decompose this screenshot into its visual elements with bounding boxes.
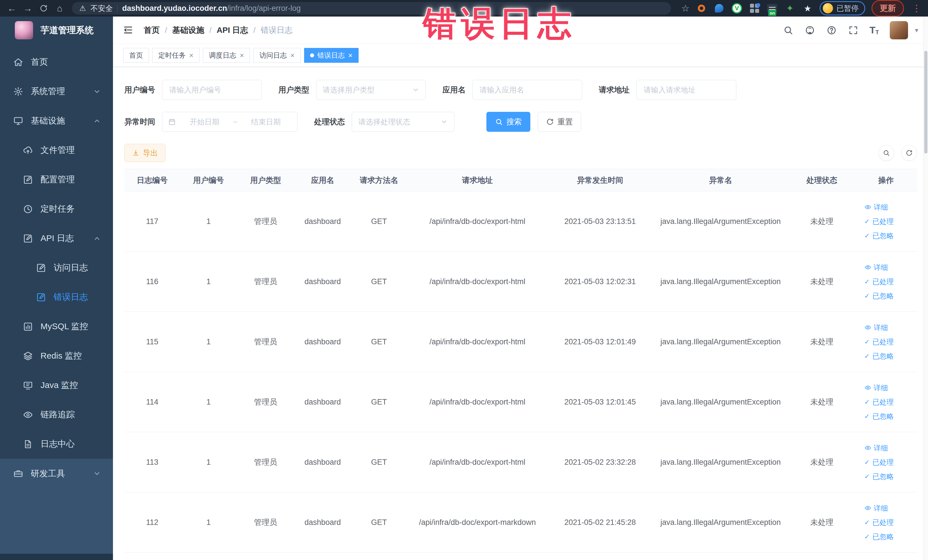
column-header: 应用名 <box>294 169 351 191</box>
export-button[interactable]: 导出 <box>124 144 165 162</box>
breadcrumb-item[interactable]: API 日志 <box>217 25 248 36</box>
sidebar-item-error-log[interactable]: 错误日志 <box>0 282 113 312</box>
extension-switch-icon[interactable]: on <box>766 3 778 14</box>
url-path: /infra/log/api-error-log <box>227 4 301 12</box>
detail-link[interactable]: 详细 <box>864 203 888 212</box>
browser-chrome: ← → ⌂ ⚠ 不安全 dashboard.yudao.iocoder.cn/i… <box>0 0 928 17</box>
user-type-select[interactable]: 请选择用户类型 <box>316 80 426 100</box>
hamburger-icon[interactable] <box>123 24 134 36</box>
sidebar-item-api-log[interactable]: API 日志 <box>0 224 113 253</box>
processed-link[interactable]: ✓已处理 <box>864 217 894 226</box>
paused-label: 已暂停 <box>836 3 859 14</box>
extension-ring-icon[interactable] <box>696 3 707 14</box>
search-toggle-button[interactable] <box>878 145 894 161</box>
detail-link[interactable]: 详细 <box>864 504 888 513</box>
processed-label: 已处理 <box>872 277 894 287</box>
cell-actions: 详细 ✓已处理 ✓已忽略 <box>855 191 917 252</box>
sidebar-item-mysql-monitor[interactable]: MySQL 监控 <box>0 312 113 341</box>
close-icon[interactable]: × <box>348 52 353 59</box>
close-icon[interactable]: × <box>290 52 295 59</box>
avatar-caret-icon[interactable]: ▾ <box>915 26 918 34</box>
search-button[interactable]: 搜索 <box>486 112 530 132</box>
extension-drop-icon[interactable] <box>713 3 725 14</box>
logo-row[interactable]: 芋道管理系统 <box>0 17 113 44</box>
browser-back-button[interactable]: ← <box>5 2 18 15</box>
processed-link[interactable]: ✓已处理 <box>864 458 894 467</box>
browser-reload-button[interactable] <box>37 2 50 15</box>
github-icon[interactable] <box>804 25 815 36</box>
sidebar-item-infrastructure[interactable]: 基础设施 <box>0 106 113 136</box>
start-date-input[interactable]: 开始日期 <box>179 117 230 127</box>
warning-icon: ⚠ <box>79 4 86 13</box>
app-body: 芋道管理系统 首页 系统管理 基础设施 <box>0 17 928 560</box>
close-icon[interactable]: × <box>189 52 194 59</box>
tab-schedule-log[interactable]: 调度日志 × <box>203 48 250 63</box>
processed-link[interactable]: ✓已处理 <box>864 277 894 287</box>
sidebar-item-trace[interactable]: 链路追踪 <box>0 400 113 429</box>
user-id-input[interactable] <box>162 80 262 100</box>
help-icon[interactable] <box>826 25 837 36</box>
tab-access-log[interactable]: 访问日志 × <box>253 48 301 63</box>
browser-forward-button[interactable]: → <box>21 2 34 15</box>
select-placeholder: 请选择处理状态 <box>358 117 410 127</box>
sidebar-item-config-management[interactable]: 配置管理 <box>0 165 113 194</box>
detail-link[interactable]: 详细 <box>864 443 888 453</box>
paused-extension-badge[interactable]: 已暂停 <box>820 1 865 15</box>
bookmark-star-icon[interactable]: ☆ <box>681 3 690 14</box>
ignored-link[interactable]: ✓已忽略 <box>864 532 894 542</box>
fullscreen-icon[interactable] <box>848 25 859 36</box>
sidebar-item-redis-monitor[interactable]: Redis 监控 <box>0 341 113 371</box>
end-date-input[interactable]: 结束日期 <box>240 117 292 127</box>
browser-home-button[interactable]: ⌂ <box>53 2 66 15</box>
sidebar-item-dev-tools[interactable]: 研发工具 <box>0 459 113 488</box>
avatar[interactable] <box>890 21 908 40</box>
sidebar-item-log-center[interactable]: 日志中心 <box>0 429 113 459</box>
breadcrumb-item[interactable]: 首页 <box>144 25 160 36</box>
page-scrollbar[interactable] <box>923 17 928 560</box>
update-button[interactable]: 更新 <box>872 0 904 17</box>
detail-link[interactable]: 详细 <box>864 383 888 392</box>
sidebar-item-scheduled-tasks[interactable]: 定时任务 <box>0 194 113 224</box>
request-url-input[interactable] <box>636 80 736 100</box>
cell-url: /api/infra/db-doc/export-html <box>407 372 548 432</box>
breadcrumb-item[interactable]: 基础设施 <box>172 25 204 36</box>
close-icon[interactable]: × <box>240 52 244 59</box>
cell-exception: java.lang.IllegalArgumentException <box>652 252 789 312</box>
ignored-link[interactable]: ✓已忽略 <box>864 291 894 301</box>
process-status-select[interactable]: 请选择处理状态 <box>352 112 455 132</box>
address-bar[interactable]: ⚠ 不安全 dashboard.yudao.iocoder.cn/infra/l… <box>72 2 671 15</box>
sidebar-item-java-monitor[interactable]: Java 监控 <box>0 371 113 400</box>
extension-spark-icon[interactable]: ✦ <box>784 3 796 14</box>
app-name-input[interactable] <box>472 80 582 100</box>
extension-v-icon[interactable]: V <box>731 3 743 14</box>
tab-home[interactable]: 首页 <box>123 48 149 63</box>
ignored-link[interactable]: ✓已忽略 <box>864 231 894 241</box>
gear-icon <box>13 87 23 97</box>
ignored-link[interactable]: ✓已忽略 <box>864 351 894 361</box>
processed-link[interactable]: ✓已处理 <box>864 518 894 527</box>
sidebar-item-access-log[interactable]: 访问日志 <box>0 253 113 282</box>
sidebar-item-file-management[interactable]: 文件管理 <box>0 136 113 165</box>
sidebar-item-home[interactable]: 首页 <box>0 47 113 77</box>
extension-grid-icon[interactable] <box>749 3 760 14</box>
filter-label: 应用名 <box>443 85 466 95</box>
ignored-link[interactable]: ✓已忽略 <box>864 412 894 421</box>
browser-menu-icon[interactable]: ⋮ <box>910 3 923 14</box>
refresh-button[interactable] <box>901 145 917 161</box>
tab-scheduled-tasks[interactable]: 定时任务 × <box>152 48 199 63</box>
font-size-icon[interactable]: TT <box>870 24 879 36</box>
scrollbar-thumb[interactable] <box>924 51 927 154</box>
search-icon[interactable] <box>783 25 794 36</box>
reset-button[interactable]: 重置 <box>538 112 581 132</box>
detail-link[interactable]: 详细 <box>864 323 888 333</box>
ignored-link[interactable]: ✓已忽略 <box>864 472 894 481</box>
processed-link[interactable]: ✓已处理 <box>864 397 894 407</box>
detail-link[interactable]: 详细 <box>864 263 888 272</box>
ignored-label: 已忽略 <box>872 532 894 542</box>
date-range-picker[interactable]: 开始日期 ~ 结束日期 <box>162 112 298 132</box>
processed-link[interactable]: ✓已处理 <box>864 337 894 346</box>
tab-error-log[interactable]: 错误日志 × <box>304 48 359 63</box>
processed-label: 已处理 <box>872 217 894 226</box>
extension-puzzle-icon[interactable]: ★ <box>802 3 814 14</box>
sidebar-item-system-management[interactable]: 系统管理 <box>0 77 113 106</box>
